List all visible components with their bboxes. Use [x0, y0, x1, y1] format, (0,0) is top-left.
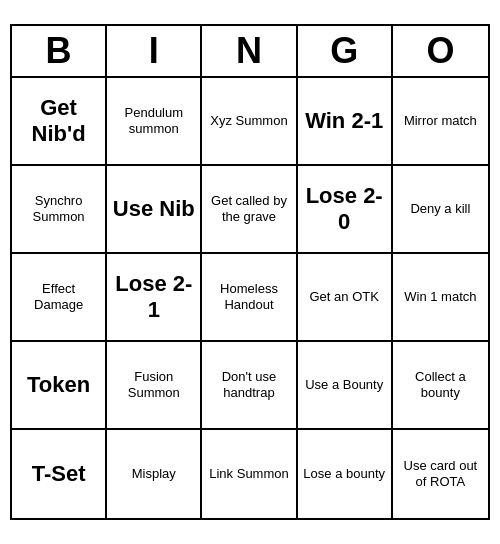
header-letter-n: N [202, 26, 297, 76]
bingo-cell-9: Deny a kill [393, 166, 488, 254]
header-letter-b: B [12, 26, 107, 76]
header-letter-i: I [107, 26, 202, 76]
bingo-cell-8: Lose 2-0 [298, 166, 393, 254]
bingo-cell-0: Get Nib'd [12, 78, 107, 166]
bingo-cell-2: Xyz Summon [202, 78, 297, 166]
header-letter-o: O [393, 26, 488, 76]
bingo-cell-6: Use Nib [107, 166, 202, 254]
bingo-cell-14: Win 1 match [393, 254, 488, 342]
bingo-cell-4: Mirror match [393, 78, 488, 166]
bingo-cell-3: Win 2-1 [298, 78, 393, 166]
bingo-cell-20: T-Set [12, 430, 107, 518]
bingo-cell-24: Use card out of ROTA [393, 430, 488, 518]
bingo-cell-1: Pendulum summon [107, 78, 202, 166]
bingo-cell-10: Effect Damage [12, 254, 107, 342]
bingo-cell-19: Collect a bounty [393, 342, 488, 430]
bingo-cell-5: Synchro Summon [12, 166, 107, 254]
bingo-cell-18: Use a Bounty [298, 342, 393, 430]
bingo-cell-11: Lose 2-1 [107, 254, 202, 342]
bingo-board: BINGO Get Nib'dPendulum summonXyz Summon… [10, 24, 490, 520]
bingo-cell-23: Lose a bounty [298, 430, 393, 518]
bingo-header: BINGO [12, 26, 488, 78]
bingo-cell-22: Link Summon [202, 430, 297, 518]
bingo-cell-12: Homeless Handout [202, 254, 297, 342]
bingo-grid: Get Nib'dPendulum summonXyz SummonWin 2-… [12, 78, 488, 518]
bingo-cell-7: Get called by the grave [202, 166, 297, 254]
bingo-cell-16: Fusion Summon [107, 342, 202, 430]
header-letter-g: G [298, 26, 393, 76]
bingo-cell-21: Misplay [107, 430, 202, 518]
bingo-cell-13: Get an OTK [298, 254, 393, 342]
bingo-cell-15: Token [12, 342, 107, 430]
bingo-cell-17: Don't use handtrap [202, 342, 297, 430]
